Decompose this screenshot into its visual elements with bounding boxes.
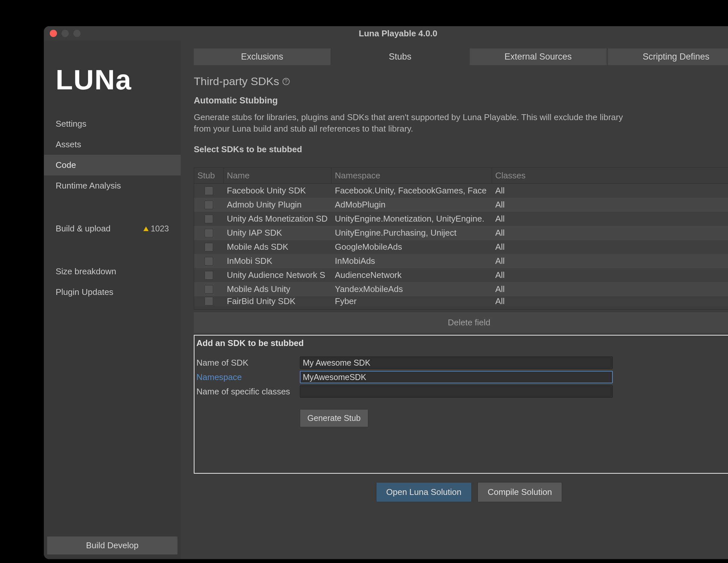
sidebar-item-build-upload[interactable]: Build & upload 1023 xyxy=(44,218,181,239)
namespace-input[interactable] xyxy=(300,371,613,383)
namespace-cell: AdMobPlugin xyxy=(332,198,492,212)
app-window: Luna Playable 4.0.0 LUNa Settings Assets… xyxy=(44,26,728,559)
th-classes: Classes xyxy=(492,168,728,183)
button-label: Compile Solution xyxy=(488,487,552,497)
open-luna-solution-button[interactable]: Open Luna Solution xyxy=(376,482,472,502)
namespace-cell: Fyber xyxy=(332,296,492,306)
tab-exclusions[interactable]: Exclusions xyxy=(194,48,331,65)
classes-cell: All xyxy=(492,184,728,198)
table-row[interactable]: Facebook Unity SDKFacebook.Unity, Facebo… xyxy=(194,184,728,198)
sidebar-item-size-breakdown[interactable]: Size breakdown xyxy=(44,261,181,282)
namespace-cell: AudienceNetwork xyxy=(332,268,492,282)
build-develop-button[interactable]: Build Develop xyxy=(47,536,177,554)
button-label: Open Luna Solution xyxy=(386,487,462,497)
minimize-icon[interactable] xyxy=(62,30,69,37)
stub-cell xyxy=(194,282,224,296)
classes-cell: All xyxy=(492,198,728,212)
stub-checkbox[interactable] xyxy=(205,285,213,294)
classes-label: Name of specific classes xyxy=(196,387,300,397)
close-icon[interactable] xyxy=(50,30,57,37)
sidebar: LUNa Settings Assets Code Runtime Analys… xyxy=(44,41,181,559)
sidebar-item-label: Settings xyxy=(56,119,86,129)
classes-cell: All xyxy=(492,240,728,254)
zoom-icon[interactable] xyxy=(73,30,81,37)
stub-checkbox[interactable] xyxy=(205,271,213,280)
add-sdk-panel: Add an SDK to be stubbed Name of SDK Nam… xyxy=(194,335,728,474)
table-row[interactable]: Mobile Ads SDKGoogleMobileAdsAll xyxy=(194,240,728,254)
stub-cell xyxy=(194,226,224,240)
classes-input[interactable] xyxy=(300,385,613,398)
namespace-cell: UnityEngine.Monetization, UnityEngine. xyxy=(332,212,492,226)
name-cell: Unity Ads Monetization SD xyxy=(224,212,332,226)
tab-external-sources[interactable]: External Sources xyxy=(470,48,607,65)
table-header: Stub Name Namespace Classes xyxy=(194,168,728,184)
namespace-label[interactable]: Namespace xyxy=(196,372,300,382)
tab-label: Exclusions xyxy=(241,52,283,62)
sidebar-item-label: Build & upload xyxy=(56,224,111,234)
automatic-stubbing-heading: Automatic Stubbing xyxy=(194,96,728,106)
table-row[interactable]: InMobi SDKInMobiAdsAll xyxy=(194,254,728,268)
window-title: Luna Playable 4.0.0 xyxy=(44,28,728,39)
namespace-cell: YandexMobileAds xyxy=(332,282,492,296)
stub-cell xyxy=(194,254,224,268)
classes-cell: All xyxy=(492,268,728,282)
sidebar-item-runtime-analysis[interactable]: Runtime Analysis xyxy=(44,175,181,196)
name-cell: Admob Unity Plugin xyxy=(224,198,332,212)
sidebar-item-label: Assets xyxy=(56,139,81,149)
namespace-cell: UnityEngine.Purchasing, Uniject xyxy=(332,226,492,240)
sidebar-item-settings[interactable]: Settings xyxy=(44,114,181,134)
table-body: Facebook Unity SDKFacebook.Unity, Facebo… xyxy=(194,184,728,309)
stub-checkbox[interactable] xyxy=(205,257,213,265)
compile-solution-button[interactable]: Compile Solution xyxy=(478,482,562,502)
warning-count: 1023 xyxy=(151,224,169,233)
add-sdk-title: Add an SDK to be stubbed xyxy=(196,337,728,355)
description-text: Generate stubs for libraries, plugins an… xyxy=(194,112,639,135)
main-panel: Exclusions Stubs External Sources Script… xyxy=(181,41,728,559)
stub-checkbox[interactable] xyxy=(205,229,213,237)
name-cell: Mobile Ads Unity xyxy=(224,282,332,296)
stub-cell xyxy=(194,296,224,306)
delete-field-button[interactable]: Delete field xyxy=(194,312,728,333)
window-controls xyxy=(50,30,81,37)
tab-stubs[interactable]: Stubs xyxy=(332,48,469,65)
sdk-table: Stub Name Namespace Classes Facebook Uni… xyxy=(194,168,728,310)
warning-badge: 1023 xyxy=(143,224,169,233)
button-label: Build Develop xyxy=(86,540,138,550)
name-cell: Facebook Unity SDK xyxy=(224,184,332,198)
stub-checkbox[interactable] xyxy=(205,215,213,223)
classes-cell: All xyxy=(492,282,728,296)
table-row[interactable]: Admob Unity PluginAdMobPluginAll xyxy=(194,198,728,212)
table-row[interactable]: Unity IAP SDKUnityEngine.Purchasing, Uni… xyxy=(194,226,728,240)
tab-scripting-defines[interactable]: Scripting Defines xyxy=(608,48,728,65)
logo: LUNa xyxy=(56,64,169,96)
stub-checkbox[interactable] xyxy=(205,201,213,209)
stub-checkbox[interactable] xyxy=(205,297,213,305)
stub-checkbox[interactable] xyxy=(205,243,213,251)
name-cell: Unity IAP SDK xyxy=(224,226,332,240)
table-row[interactable]: Unity Audience Network SAudienceNetworkA… xyxy=(194,268,728,282)
stub-cell xyxy=(194,212,224,226)
namespace-cell: InMobiAds xyxy=(332,254,492,268)
classes-cell: All xyxy=(492,212,728,226)
th-namespace: Namespace xyxy=(332,168,492,183)
table-row[interactable]: Unity Ads Monetization SDUnityEngine.Mon… xyxy=(194,212,728,226)
classes-cell: All xyxy=(492,254,728,268)
warning-icon xyxy=(143,227,149,231)
name-of-sdk-input[interactable] xyxy=(300,356,613,369)
namespace-cell: GoogleMobileAds xyxy=(332,240,492,254)
section-title-text: Third-party SDKs xyxy=(194,75,279,88)
name-cell: FairBid Unity SDK xyxy=(224,296,332,306)
sidebar-item-plugin-updates[interactable]: Plugin Updates xyxy=(44,282,181,302)
sidebar-item-code[interactable]: Code xyxy=(44,155,181,175)
th-stub: Stub xyxy=(194,168,224,183)
table-row[interactable]: Mobile Ads UnityYandexMobileAdsAll xyxy=(194,282,728,296)
help-icon[interactable]: ? xyxy=(282,78,290,85)
footer-buttons: Open Luna Solution Compile Solution xyxy=(194,482,728,502)
stub-cell xyxy=(194,184,224,198)
sidebar-item-assets[interactable]: Assets xyxy=(44,134,181,155)
table-row[interactable]: FairBid Unity SDKFyberAll xyxy=(194,296,728,306)
stub-checkbox[interactable] xyxy=(205,187,213,195)
tab-label: Scripting Defines xyxy=(643,52,709,62)
generate-stub-button[interactable]: Generate Stub xyxy=(300,409,368,427)
name-cell: InMobi SDK xyxy=(224,254,332,268)
